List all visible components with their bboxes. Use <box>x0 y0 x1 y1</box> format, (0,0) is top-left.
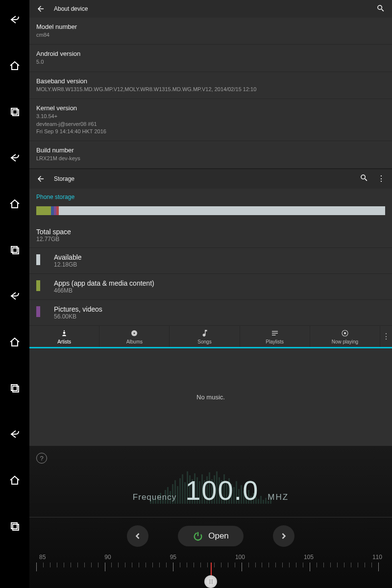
back-icon[interactable] <box>9 428 21 442</box>
divider <box>29 517 392 517</box>
svg-rect-6 <box>11 523 17 529</box>
row-value: LRX21M dev-keys <box>36 155 385 162</box>
tab-icon <box>200 329 209 338</box>
row-title: Baseband version <box>36 77 385 85</box>
storage-item-title: Apps (app data & media content) <box>54 279 154 287</box>
color-chip <box>36 280 40 291</box>
home-icon[interactable] <box>9 474 21 488</box>
frequency-scale[interactable]: 859095100105110 <box>36 554 385 583</box>
tab-playlists[interactable]: Playlists <box>240 326 310 347</box>
tab-label: Now playing <box>332 339 358 344</box>
radio-panel: ? Frequency 100.0 MHZ Open 8590951001051… <box>29 446 392 588</box>
storage-item-title: Available <box>54 253 82 261</box>
tab-label: Songs <box>197 339 211 344</box>
recent-icon[interactable] <box>9 244 21 258</box>
back-icon[interactable] <box>9 152 21 166</box>
row-title: Build number <box>36 147 385 154</box>
svg-rect-5 <box>13 386 19 392</box>
main-content: About device Model numbercm84Android ver… <box>29 0 392 588</box>
tuner-knob[interactable] <box>204 575 217 588</box>
svg-rect-0 <box>11 108 17 114</box>
total-title: Total space <box>36 228 71 236</box>
scale-label: 105 <box>304 554 314 561</box>
scale-label: 95 <box>170 554 176 561</box>
scale-label: 85 <box>39 554 46 561</box>
next-button[interactable] <box>273 525 294 547</box>
home-icon[interactable] <box>9 60 21 74</box>
about-row[interactable]: Kernel version3.10.54+ devteam-j@server0… <box>29 99 392 141</box>
music-tabs: ArtistsAlbumsSongsPlaylistsNow playing⋮ <box>29 326 392 348</box>
tab-artists[interactable]: Artists <box>29 326 99 347</box>
storage-row[interactable]: Available12.18GB <box>29 248 392 274</box>
tab-icon <box>60 329 69 338</box>
recent-icon[interactable] <box>9 106 21 120</box>
storage-item-value: 56.00KB <box>54 313 102 320</box>
tab-albums[interactable]: Albums <box>99 326 170 347</box>
tab-icon <box>270 329 279 338</box>
open-button[interactable]: Open <box>178 526 244 546</box>
storage-usage-bar[interactable] <box>36 206 385 215</box>
back-icon[interactable] <box>9 290 21 304</box>
home-icon[interactable] <box>9 198 21 212</box>
search-icon[interactable] <box>376 4 385 14</box>
freq-label: Frequency <box>133 492 176 502</box>
about-row[interactable]: Android version5.0 <box>29 45 392 72</box>
tab-label: Artists <box>57 339 71 344</box>
row-title: Model number <box>36 23 385 30</box>
about-title: About device <box>54 5 88 12</box>
tab-now-playing[interactable]: Now playing <box>310 326 380 347</box>
bar-segment-misc <box>56 206 59 215</box>
row-title: Android version <box>36 50 385 57</box>
scale-label: 90 <box>104 554 111 561</box>
color-chip <box>36 254 40 265</box>
svg-rect-7 <box>13 524 19 530</box>
about-header: About device <box>29 0 392 18</box>
back-arrow-icon[interactable] <box>36 4 45 13</box>
freq-unit: MHZ <box>268 492 289 502</box>
storage-row[interactable]: Pictures, videos56.00KB <box>29 300 392 326</box>
overflow-icon[interactable]: ⋮ <box>377 174 385 183</box>
row-title: Kernel version <box>36 104 385 112</box>
total-value: 12.77GB <box>36 236 71 243</box>
storage-total[interactable]: Total space 12.77GB <box>29 221 392 248</box>
prev-button[interactable] <box>127 525 148 547</box>
help-icon[interactable]: ? <box>36 453 47 464</box>
overflow-icon[interactable]: ⋮ <box>380 326 392 347</box>
back-icon[interactable] <box>9 14 21 27</box>
storage-title: Storage <box>54 175 74 182</box>
phone-storage-label: Phone storage <box>29 189 392 203</box>
color-chip <box>36 306 40 317</box>
tab-label: Playlists <box>266 339 284 344</box>
about-row[interactable]: Build numberLRX21M dev-keys <box>29 141 392 168</box>
freq-value: 100.0 <box>185 474 259 506</box>
about-list: Model numbercm84Android version5.0Baseba… <box>29 18 392 169</box>
search-icon[interactable] <box>360 173 368 184</box>
bar-segment-apps <box>36 206 51 215</box>
svg-rect-4 <box>11 385 17 391</box>
home-icon[interactable] <box>9 336 21 350</box>
tab-icon <box>341 329 349 338</box>
music-empty: No music. <box>29 348 392 446</box>
radio-controls: Open <box>36 525 385 547</box>
storage-row[interactable]: Apps (app data & media content)466MB <box>29 274 392 300</box>
storage-item-value: 12.18GB <box>54 261 82 268</box>
recent-icon[interactable] <box>9 520 21 534</box>
back-arrow-icon[interactable] <box>36 174 45 183</box>
storage-item-title: Pictures, videos <box>54 305 102 313</box>
row-value: MOLY.WR8.W1315.MD.WG.MP.V12,MOLY.WR8.W13… <box>36 86 385 93</box>
svg-point-11 <box>344 332 346 334</box>
frequency-display: Frequency 100.0 MHZ <box>36 467 385 517</box>
storage-header: Storage ⋮ <box>29 169 392 189</box>
scale-label: 110 <box>372 554 382 561</box>
about-row[interactable]: Model numbercm84 <box>29 18 392 45</box>
row-value: cm84 <box>36 31 385 39</box>
about-row[interactable]: Baseband versionMOLY.WR8.W1315.MD.WG.MP.… <box>29 72 392 99</box>
tab-songs[interactable]: Songs <box>170 326 240 347</box>
svg-rect-2 <box>11 246 17 252</box>
recent-icon[interactable] <box>9 382 21 396</box>
open-label: Open <box>208 531 229 541</box>
power-icon <box>193 531 203 541</box>
svg-point-9 <box>134 332 135 334</box>
svg-rect-3 <box>13 248 19 254</box>
system-nav-sidebar <box>0 0 29 588</box>
